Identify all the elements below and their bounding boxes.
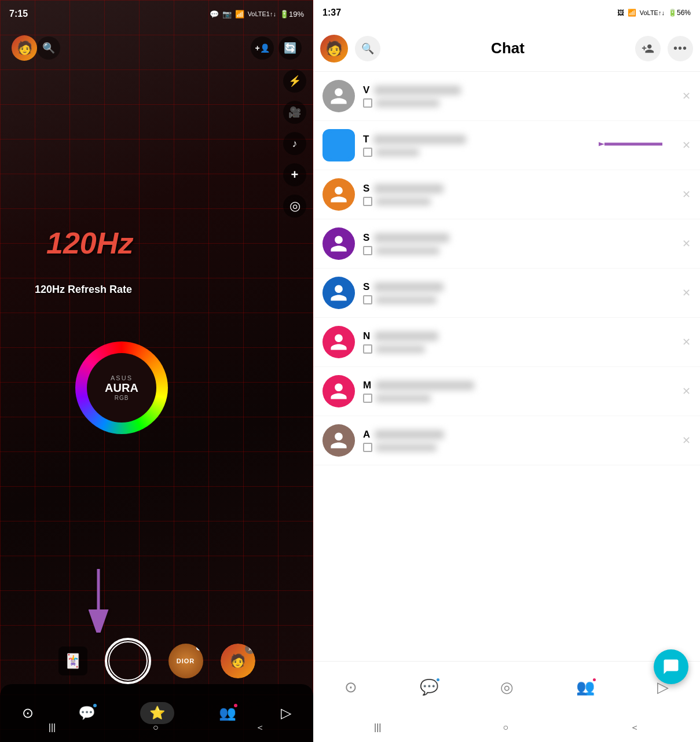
chat-info-t: T [363, 134, 628, 157]
chat-preview-m [363, 394, 674, 403]
aura-ring: ASUS AURA RGB [75, 341, 168, 434]
chat-item-s2[interactable]: S ✕ [313, 219, 700, 269]
chat-close-v[interactable]: ✕ [682, 90, 691, 102]
right-nav-bar: ⊙ 💬 ◎ 👥 ▷ [313, 661, 700, 713]
snap-icon-t [363, 148, 372, 157]
back-button-right[interactable]: ＜ [630, 722, 639, 734]
capture-mode-icon[interactable]: ◎ [283, 194, 306, 218]
filter-close-icon[interactable]: ✕ [245, 644, 255, 654]
nav-item-camera-right[interactable]: ◎ [500, 678, 514, 696]
chat-name-s3: S [363, 281, 674, 293]
snap-icon-s2 [363, 246, 372, 255]
right-status-icons: 🖼 📶 VoLTE↑↓ 🔋56% [617, 9, 691, 17]
more-options-button[interactable]: ••• [668, 36, 693, 61]
nav-item-chat-right[interactable]: 💬 [420, 678, 438, 696]
right-header: 🧑 🔍 Chat ••• [313, 25, 700, 72]
chat-initial-s3: S [363, 281, 369, 293]
chat-avatar-v [322, 80, 355, 112]
chat-name-blurred-s1 [374, 184, 444, 193]
compose-fab-button[interactable] [654, 649, 688, 684]
avatar-filter-button[interactable]: 🧑 ✕ [221, 644, 255, 678]
chat-info-s3: S [363, 281, 674, 304]
chat-preview-blurred-n [376, 346, 425, 353]
search-button-right[interactable]: 🔍 [355, 36, 380, 61]
snap-icon-m [363, 394, 372, 403]
chat-info-n: N [363, 330, 674, 354]
chat-item-a[interactable]: A ✕ [313, 416, 700, 465]
purple-right-arrow [599, 133, 668, 158]
chat-item-t[interactable]: T ✕ [313, 121, 700, 170]
chat-name-blurred-v [374, 86, 461, 95]
chat-close-m[interactable]: ✕ [682, 385, 691, 398]
chat-initial-m: M [363, 380, 371, 391]
search-button-left[interactable]: 🔍 [37, 36, 60, 60]
home-button-right[interactable]: ○ [503, 722, 508, 733]
hz-display-text: 120Hz [46, 226, 133, 260]
chat-initial-a: A [363, 429, 370, 440]
right-panel: 1:37 🖼 📶 VoLTE↑↓ 🔋56% 🧑 🔍 Chat ••• [313, 0, 700, 742]
chat-close-n[interactable]: ✕ [682, 336, 691, 348]
chat-close-s2[interactable]: ✕ [682, 237, 691, 250]
left-status-icons: 💬 📷 📶 VoLTE1↑↓ 🔋19% [210, 10, 304, 19]
rotate-camera-button[interactable]: 🔄 [278, 36, 302, 60]
chat-avatar-m [322, 375, 355, 407]
purple-down-arrow [87, 563, 122, 635]
chat-name-blurred-a [375, 430, 444, 439]
recent-apps-button-right[interactable]: ||| [374, 722, 381, 733]
right-user-avatar[interactable]: 🧑 [320, 35, 348, 63]
friends-notification-dot-left [233, 703, 239, 708]
location-icon-right: ⊙ [344, 678, 357, 696]
nav-item-friends-right[interactable]: 👥 [576, 678, 595, 696]
chat-close-s3[interactable]: ✕ [682, 286, 691, 299]
dior-filter-button[interactable]: DIOR [168, 644, 203, 678]
left-top-bar: 🧑 🔍 +👤 🔄 [0, 28, 313, 68]
shutter-button[interactable] [105, 638, 151, 684]
dior-filter-display: DIOR [168, 644, 203, 678]
left-avatar[interactable]: 🧑 [12, 35, 37, 61]
recent-apps-button-left[interactable]: ||| [49, 722, 56, 733]
right-time: 1:37 [322, 8, 341, 18]
add-friend-button-right[interactable] [635, 36, 661, 61]
chat-close-a[interactable]: ✕ [682, 434, 691, 447]
chat-dot-right [435, 677, 441, 682]
chat-item-s3[interactable]: S ✕ [313, 269, 700, 318]
chat-info-a: A [363, 429, 674, 452]
aura-logo: ASUS AURA RGB [75, 341, 168, 434]
chat-close-t[interactable]: ✕ [682, 139, 691, 152]
back-button-left[interactable]: ＜ [255, 722, 265, 734]
left-status-bar: 7:15 💬 📷 📶 VoLTE1↑↓ 🔋19% [0, 0, 313, 28]
add-friend-button-left[interactable]: +👤 [251, 36, 274, 60]
chat-item-n[interactable]: N ✕ [313, 318, 700, 367]
chat-close-s1[interactable]: ✕ [682, 188, 691, 201]
chat-name-v: V [363, 85, 674, 96]
chat-initial-s1: S [363, 183, 369, 194]
chat-preview-t [363, 148, 628, 157]
flash-off-icon[interactable]: ⚡ [283, 69, 306, 93]
chat-preview-blurred-a [376, 444, 437, 451]
chat-name-blurred-n [375, 332, 438, 341]
chat-name-s2: S [363, 232, 674, 244]
chat-name-blurred-m [376, 381, 474, 390]
chat-info-s1: S [363, 183, 674, 206]
chat-avatar-t [322, 129, 355, 161]
chat-notification-dot-left [92, 703, 98, 708]
signal-text: VoLTE1↑↓ [248, 10, 276, 17]
battery-icon: 🔋19% [280, 10, 304, 19]
plus-icon[interactable]: + [283, 163, 306, 186]
camera-right-icons: ⚡ 🎥 ♪ + ◎ [283, 69, 306, 218]
stickers-button[interactable]: 🃏 [58, 647, 87, 675]
aura-sub-text: RGB [115, 395, 129, 401]
chat-title: Chat [387, 39, 628, 57]
nav-item-location-right[interactable]: ⊙ [344, 678, 357, 696]
home-button-left[interactable]: ○ [153, 722, 159, 733]
music-icon[interactable]: ♪ [283, 132, 306, 155]
video-add-icon[interactable]: 🎥 [283, 101, 306, 124]
chat-avatar-s3 [322, 277, 355, 309]
chat-item-s1[interactable]: S ✕ [313, 170, 700, 219]
chat-preview-s1 [363, 197, 674, 206]
chat-item-m[interactable]: M ✕ [313, 367, 700, 416]
chat-name-blurred-s2 [374, 233, 449, 243]
chat-name-n: N [363, 330, 674, 342]
chat-avatar-n [322, 326, 355, 358]
chat-item-v[interactable]: V ✕ [313, 72, 700, 121]
